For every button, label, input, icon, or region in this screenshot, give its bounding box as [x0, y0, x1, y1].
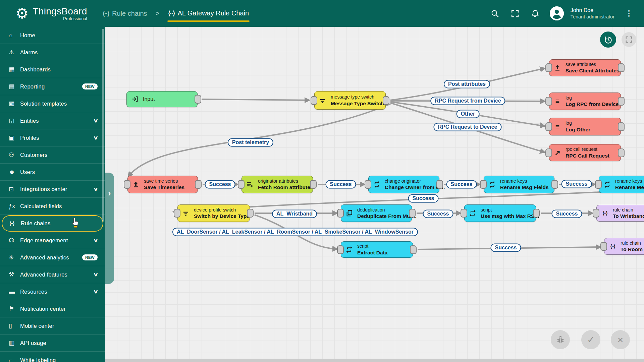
right-port[interactable] — [195, 180, 202, 189]
node-fetch_room_attributes[interactable]: originator attributesFetch Room attribut… — [241, 176, 313, 193]
sidebar-item-notification-center[interactable]: ⚑Notification center — [0, 300, 105, 317]
sidebar-item-solution-templates[interactable]: ▩Solution templates — [0, 95, 105, 112]
edge-label-success_4[interactable]: Success — [561, 180, 592, 188]
canvas-fullscreen-button[interactable] — [622, 32, 636, 47]
node-rename_msg_fields[interactable]: rename keysRename Msg Fields — [484, 176, 554, 193]
right-port[interactable] — [618, 97, 625, 106]
discard-changes-button[interactable]: × — [611, 330, 630, 349]
left-port[interactable] — [311, 96, 317, 105]
sidebar-item-advanced-analytics[interactable]: ✳Advanced analyticsNEW — [0, 249, 105, 266]
right-port[interactable] — [618, 122, 625, 131]
sidebar-item-white-labeling[interactable]: ⌐White labeling — [0, 352, 105, 362]
node-change_owner[interactable]: change originatorChange Owner from G… — [368, 176, 439, 193]
right-port[interactable] — [310, 180, 317, 189]
apply-changes-button[interactable]: ✓ — [581, 330, 600, 349]
node-rpc_call_request[interactable]: ↗rpc call requestRPC Call Request — [549, 144, 621, 161]
left-port[interactable] — [238, 180, 245, 189]
node-rename_metadata[interactable]: rename keysRename Metad — [599, 176, 644, 193]
avatar[interactable] — [550, 6, 564, 20]
right-port[interactable] — [551, 180, 558, 189]
edge-label-success_6[interactable]: Success — [423, 210, 453, 218]
right-port[interactable] — [410, 245, 417, 254]
rule-chain-canvas[interactable]: ✓ × Inputmessage type switchMessage Type… — [105, 27, 644, 359]
right-port[interactable] — [618, 148, 625, 157]
sidebar-item-alarms[interactable]: ⚠Alarms — [0, 44, 105, 61]
right-port[interactable] — [618, 63, 625, 72]
right-port[interactable] — [409, 209, 416, 218]
right-port[interactable] — [383, 96, 389, 105]
edge-label-success_5[interactable]: Success — [408, 194, 439, 203]
edge-label-sensor_types[interactable]: AL_DoorSensor / AL_LeakSensor / AL_RoomS… — [172, 228, 418, 236]
node-switch_by_device_type[interactable]: device profile switchSwitch by Device Ty… — [177, 204, 250, 222]
node-input[interactable]: Input — [126, 91, 198, 107]
more-menu-icon[interactable]: ⋮ — [623, 9, 635, 18]
sidebar-item-edge-management[interactable]: ☊Edge management∨ — [0, 232, 105, 249]
edge-label-rpc_request_to_device[interactable]: RPC Request to Device — [434, 123, 502, 131]
debug-mode-button[interactable] — [551, 330, 570, 349]
left-port[interactable] — [337, 209, 344, 218]
node-to_room_devices[interactable]: ⟨··⟩rule chainTo Room Devi — [604, 238, 644, 255]
node-deduplicate[interactable]: deduplicationDeduplicate From Mul… — [341, 204, 412, 222]
left-port[interactable] — [337, 245, 344, 254]
sidebar-item-rule-chains[interactable]: ⟨··⟩Rule chains — [2, 215, 103, 232]
right-port[interactable] — [533, 209, 540, 218]
notifications-bell-icon[interactable] — [530, 8, 541, 19]
version-history-button[interactable] — [600, 32, 616, 48]
sidebar-item-entities[interactable]: ◱Entities∨ — [0, 112, 105, 129]
sidebar-item-resources[interactable]: ▬Resources∨ — [0, 283, 105, 300]
edge-label-success_2[interactable]: Success — [326, 180, 356, 189]
edge-label-other[interactable]: Other — [457, 110, 480, 118]
fullscreen-icon[interactable] — [509, 8, 521, 19]
edge-label-success_3[interactable]: Success — [446, 180, 477, 189]
breadcrumb-rule-chains[interactable]: ⟨··⟩ Rule chains — [103, 10, 147, 17]
edge-label-rpc_request_from_device[interactable]: RPC Request from Device — [430, 97, 505, 105]
edge-input-to-msg_switch[interactable] — [202, 99, 309, 100]
sidebar-item-integrations-center[interactable]: ⊡Integrations center∨ — [0, 181, 105, 198]
sidebar-item-home[interactable]: ⌂Home — [0, 27, 105, 44]
sidebar-scrollbar[interactable] — [102, 29, 104, 222]
sidebar-item-reporting[interactable]: ▤ReportingNEW — [0, 78, 105, 95]
left-port[interactable] — [545, 97, 552, 106]
edge-label-al_wristband[interactable]: AL_Wristband — [272, 210, 317, 218]
left-port[interactable] — [545, 148, 552, 157]
node-msg_switch[interactable]: message type switchMessage Type Switch — [314, 91, 386, 110]
edge-label-success_8[interactable]: Success — [491, 244, 521, 252]
node-extract_data[interactable]: scriptExtract Data — [341, 241, 413, 258]
horizontal-scrollbar[interactable] — [105, 359, 644, 362]
node-use_msg_max_rssi[interactable]: scriptUse msg with Max RSSI — [464, 204, 536, 222]
right-port[interactable] — [247, 209, 254, 218]
sidebar-item-advanced-features[interactable]: ⚒Advanced features∨ — [0, 266, 105, 283]
left-port[interactable] — [545, 63, 552, 72]
thingsboard-logo[interactable]: ⚙ ThingsBoard Professional — [15, 6, 87, 21]
edge-label-post_telemetry[interactable]: Post telemetry — [228, 138, 273, 147]
left-port[interactable] — [600, 242, 607, 251]
node-save_timeseries[interactable]: save time seriesSave Timeseries — [127, 176, 198, 193]
sidebar-item-users[interactable]: ☻Users — [0, 164, 105, 181]
edge-label-success_7[interactable]: Success — [552, 210, 582, 218]
node-save_client_attributes[interactable]: save attributesSave Client Attributes — [549, 59, 621, 76]
node-log_rpc_from_device[interactable]: ≡logLog RPC from Device — [549, 93, 621, 110]
left-port[interactable] — [124, 180, 130, 189]
right-port[interactable] — [195, 95, 201, 104]
search-icon[interactable] — [489, 8, 501, 19]
sidebar-expand-tab[interactable]: › — [105, 173, 114, 284]
breadcrumb-current[interactable]: ⟨··⟩ AL Gateway Rule Chain — [168, 9, 249, 18]
left-port[interactable] — [593, 209, 599, 218]
left-port[interactable] — [595, 180, 602, 189]
sidebar-item-api-usage[interactable]: ▥API usage — [0, 335, 105, 352]
sidebar-item-customers[interactable]: ⚇Customers — [0, 146, 105, 164]
user-block[interactable]: John Doe Tenant administrator — [571, 7, 614, 20]
sidebar-item-mobile-center[interactable]: ▯Mobile center — [0, 317, 105, 335]
node-to_wristband[interactable]: ⟨··⟩rule chainTo Wristband P — [596, 205, 644, 222]
sidebar-item-profiles[interactable]: ▣Profiles∨ — [0, 129, 105, 146]
edge-label-post_attributes[interactable]: Post attributes — [444, 80, 490, 88]
left-port[interactable] — [365, 180, 371, 189]
left-port[interactable] — [480, 180, 487, 189]
node-log_other[interactable]: ≡logLog Other — [549, 118, 621, 135]
left-port[interactable] — [174, 209, 180, 218]
left-port[interactable] — [461, 209, 467, 218]
left-port[interactable] — [545, 122, 552, 131]
edge-label-success_1[interactable]: Success — [205, 180, 235, 189]
sidebar-item-calculated-fields[interactable]: ƒxCalculated fields — [0, 198, 105, 215]
sidebar-item-dashboards[interactable]: ▦Dashboards — [0, 61, 105, 78]
